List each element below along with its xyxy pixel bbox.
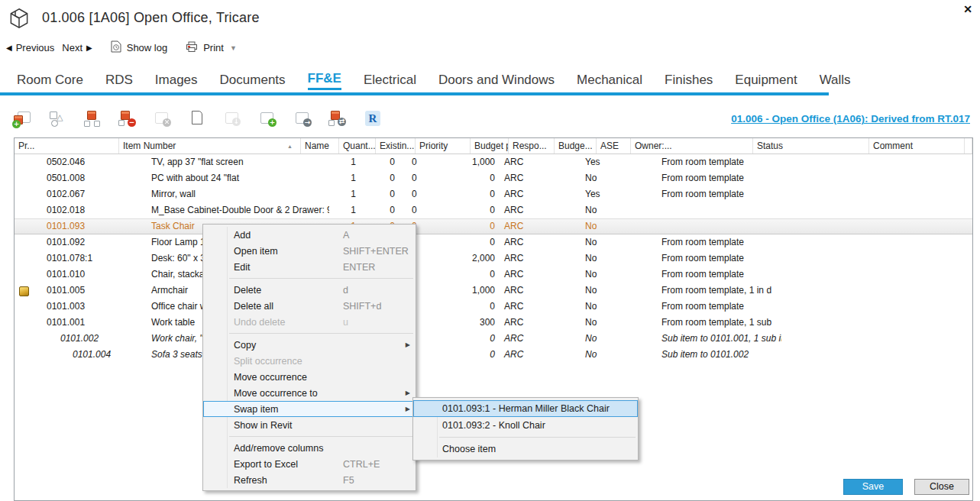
table-row[interactable]: 0101.078:1 Desk: 60" x 30" (Lef 2,000 AR… <box>15 250 972 267</box>
cell-pr <box>15 250 43 267</box>
app-logo-icon <box>8 7 31 33</box>
shapes-icon[interactable]: △ <box>47 108 67 130</box>
context-menu-item[interactable]: Edit ENTER ▶ <box>203 259 416 275</box>
tab[interactable]: Finishes <box>665 73 713 89</box>
tab[interactable]: Mechanical <box>577 73 642 89</box>
cell-owner <box>625 202 659 218</box>
menu-item-label: Delete all <box>234 301 273 312</box>
previous-button[interactable]: ◀ Previous <box>6 42 54 53</box>
cell-status: From room template <box>659 299 781 315</box>
context-menu-item[interactable]: Delete all SHIFT+d ▶ <box>203 298 416 314</box>
table-row[interactable]: 0502.046 TV, app 37 "flat screen 1 0 0 1… <box>15 154 972 170</box>
revit-icon[interactable]: R <box>364 108 383 130</box>
context-menu-item[interactable]: Refresh F5 ▶ <box>203 472 416 488</box>
menu-item-shortcut: SHIFT+d <box>343 301 381 312</box>
column-header[interactable]: Budget price ▲ <box>471 138 509 154</box>
cell-budget-price: 0 <box>444 202 499 218</box>
menu-item-label: Edit <box>234 262 251 273</box>
context-menu-item[interactable]: Export to Excel CTRL+E ▶ <box>203 456 416 472</box>
tab[interactable]: FF&E <box>308 71 341 90</box>
cell-ase: No <box>583 250 625 267</box>
table-row[interactable]: 0101.093 Task Chair 1 0 0 0 ARC No <box>15 218 972 234</box>
tab-label: Finishes <box>665 73 713 87</box>
column-header-label: Owner:... <box>635 141 672 151</box>
tab[interactable]: Doors and Windows <box>438 73 555 89</box>
item-hierarchy-icon[interactable] <box>82 108 102 130</box>
table-row[interactable]: 0101.010 Chair, stackable 0 ARC No From … <box>15 267 972 283</box>
print-button[interactable]: Print ▼ <box>186 41 237 55</box>
menu-item-label: Add <box>234 230 251 241</box>
table-row[interactable]: 0101.001 Work table 300 ARC No From room… <box>15 315 972 331</box>
column-header[interactable]: ▲ <box>965 138 972 154</box>
table-row[interactable]: 0101.005 Armchair 1,000 ARC No From room… <box>15 283 972 299</box>
close-icon[interactable]: ✕ <box>963 3 972 15</box>
context-menu-item[interactable]: Show in Revit ▶ <box>203 417 416 433</box>
submenu-item[interactable]: Choose item <box>413 441 638 457</box>
cell-responsible: ARC <box>499 299 537 315</box>
document-icon[interactable] <box>188 108 208 130</box>
column-header[interactable]: Priority ▲ <box>416 138 471 154</box>
table-row[interactable]: 0102.018 M_Base Cabinet-Double Door & 2 … <box>15 202 972 218</box>
table-row[interactable]: 0101.092 Floor Lamp 1: 150 w 0 ARC No Fr… <box>15 234 972 250</box>
context-menu-item[interactable]: Move occurrence ▶ <box>203 369 416 385</box>
submenu-item[interactable]: 0101.093:2 - Knoll Chair <box>413 417 638 434</box>
derived-from-template-link[interactable]: 01.006 - Open Office (1A06): Derived fro… <box>731 113 970 124</box>
tab[interactable]: RDS <box>105 73 133 89</box>
next-button[interactable]: Next ▶ <box>62 42 92 53</box>
cell-comment <box>781 218 898 234</box>
cell-comment <box>781 202 898 218</box>
tab[interactable]: Room Core <box>17 73 83 89</box>
context-menu-item[interactable]: Split occurrence ▶ <box>203 353 416 369</box>
column-header[interactable]: Status ▲ <box>753 138 869 154</box>
context-menu-item[interactable]: Undo delete u ▶ <box>203 314 416 330</box>
close-button[interactable]: Close <box>914 479 969 495</box>
table-row[interactable]: 0101.004 Sofa 3 seats 0 ARC No Sub item … <box>15 347 972 363</box>
column-header-label: Priority <box>419 141 448 151</box>
context-menu-item[interactable]: Copy ▶ <box>203 337 416 353</box>
context-menu-item[interactable]: Delete d ▶ <box>203 282 416 298</box>
column-header[interactable]: ASE ▲ <box>597 138 631 154</box>
context-menu-item[interactable]: Swap item ▶ <box>203 401 416 417</box>
table-row[interactable]: 0101.003 Office chair with arm 0 ARC No … <box>15 299 972 315</box>
remove-occurrence-icon[interactable]: − <box>118 108 137 130</box>
cell-budget <box>537 315 583 331</box>
swap-occurrence-icon[interactable]: ⇄ <box>328 108 348 130</box>
table-row[interactable]: 0501.008 PC with about 24 "flat 1 0 0 0 … <box>15 170 972 186</box>
box-move-icon[interactable]: → <box>293 108 313 130</box>
context-menu-item[interactable]: Add A ▶ <box>203 227 416 243</box>
cell-status: From room template <box>659 170 781 186</box>
table-row[interactable]: 0102.067 Mirror, wall 1 0 0 0 ARC Yes Fr… <box>15 186 972 202</box>
cell-ase: No <box>583 218 625 234</box>
cell-item-number: 0101.002 <box>43 331 147 347</box>
save-button[interactable]: Save <box>843 479 903 495</box>
column-header[interactable]: Item Number ▲ <box>119 138 301 154</box>
show-log-button[interactable]: Show log <box>111 40 167 55</box>
tab[interactable]: Images <box>155 73 198 89</box>
cell-comment <box>781 315 898 331</box>
cell-item-number: 0101.078:1 <box>43 250 147 267</box>
column-header[interactable]: Budge... ▲ <box>555 138 597 154</box>
tab[interactable]: Documents <box>220 73 286 89</box>
tab[interactable]: Electrical <box>364 73 416 89</box>
context-menu-item[interactable]: Add/remove columns ▶ <box>203 440 416 456</box>
column-header[interactable]: Comment ▲ <box>869 138 965 154</box>
tab[interactable]: Equipment <box>735 73 797 89</box>
column-header[interactable]: Owner:... ▲ <box>631 138 753 154</box>
cell-owner <box>625 299 659 315</box>
context-menu-item[interactable]: Move occurrence to ▶ <box>203 385 416 401</box>
cell-responsible: ARC <box>499 315 537 331</box>
column-header[interactable]: Name ▲ <box>301 138 339 154</box>
column-header[interactable]: Pr... ▲ <box>15 138 119 154</box>
context-menu-item[interactable]: Open item SHIFT+ENTER ▶ <box>203 243 416 259</box>
tab[interactable]: Walls <box>820 73 851 89</box>
cell-budget-price: 0 <box>444 186 499 202</box>
menu-item-label: Copy <box>234 340 256 351</box>
add-item-with-box-icon[interactable]: + <box>12 108 32 130</box>
column-header[interactable]: Quant... ▲ <box>339 138 376 154</box>
box-add-icon[interactable]: + <box>258 108 278 130</box>
column-header[interactable]: Respo... ▲ <box>509 138 555 154</box>
cell-responsible: ARC <box>499 267 537 283</box>
column-header[interactable]: Existin... ▲ <box>376 138 416 154</box>
table-row[interactable]: 0101.002 Work chair, "balance" 0 ARC No … <box>15 331 972 347</box>
submenu-item[interactable]: 0101.093:1 - Herman Miller Black Chair <box>413 400 638 417</box>
